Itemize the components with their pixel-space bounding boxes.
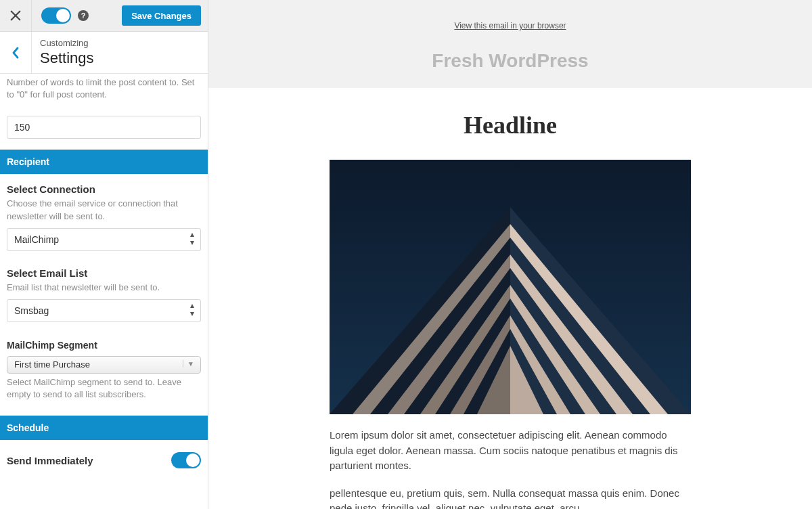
breadcrumb: Customizing xyxy=(40,38,94,48)
send-immediately-row: Send Immediately xyxy=(0,440,208,468)
page-title: Settings xyxy=(40,49,94,67)
close-button[interactable] xyxy=(0,0,32,32)
wordlimit-input[interactable] xyxy=(7,116,201,139)
save-changes-button[interactable]: Save Changes xyxy=(122,5,201,26)
segment-select[interactable]: First time Purchase xyxy=(7,356,201,374)
email-headline: Headline xyxy=(208,111,812,139)
back-button[interactable] xyxy=(0,32,32,74)
chevron-left-icon xyxy=(12,47,20,59)
segment-label: MailChimp Segment xyxy=(7,340,201,351)
email-brand: Fresh WordPress xyxy=(208,50,812,72)
emaillist-label: Select Email List xyxy=(7,267,201,279)
wordlimit-help: Number of words to limit the post conten… xyxy=(7,76,201,101)
emaillist-help: Email list that newsletter will be sent … xyxy=(7,282,201,294)
preview-toggle-knob xyxy=(56,9,70,22)
email-paragraph: Lorem ipsum dolor sit amet, consectetuer… xyxy=(330,428,691,474)
help-icon[interactable]: ? xyxy=(78,10,89,21)
preview-toggle[interactable] xyxy=(41,7,71,24)
connection-help: Choose the email service or connection t… xyxy=(7,198,201,222)
panel-header: Customizing Settings xyxy=(0,32,208,74)
section-recipient: Recipient xyxy=(0,150,208,174)
segment-help: Select MailChimp segment to send to. Lea… xyxy=(7,376,201,401)
section-schedule: Schedule xyxy=(0,416,208,440)
send-immediately-toggle[interactable] xyxy=(171,452,201,468)
panel-body: Number of words to limit the post conten… xyxy=(0,74,208,468)
email-paragraph: pellentesque eu, pretium quis, sem. Null… xyxy=(330,486,691,510)
customizer-panel: ? Save Changes Customizing Settings Numb… xyxy=(0,0,208,509)
email-body-text: Lorem ipsum dolor sit amet, consectetuer… xyxy=(330,428,691,509)
email-body: Headline xyxy=(208,88,812,509)
send-immediately-knob xyxy=(186,453,200,467)
pyramid-illustration-icon xyxy=(330,160,691,414)
close-icon xyxy=(9,9,22,22)
connection-label: Select Connection xyxy=(7,183,201,195)
view-in-browser-link[interactable]: View this email in your browser xyxy=(454,21,566,30)
emaillist-select[interactable]: Smsbag xyxy=(7,299,201,322)
panel-topbar: ? Save Changes xyxy=(0,0,208,32)
preview-pane: View this email in your browser Fresh Wo… xyxy=(208,0,812,509)
send-immediately-label: Send Immediately xyxy=(7,455,93,466)
email-hero-image xyxy=(330,160,691,414)
connection-select[interactable]: MailChimp xyxy=(7,228,201,251)
